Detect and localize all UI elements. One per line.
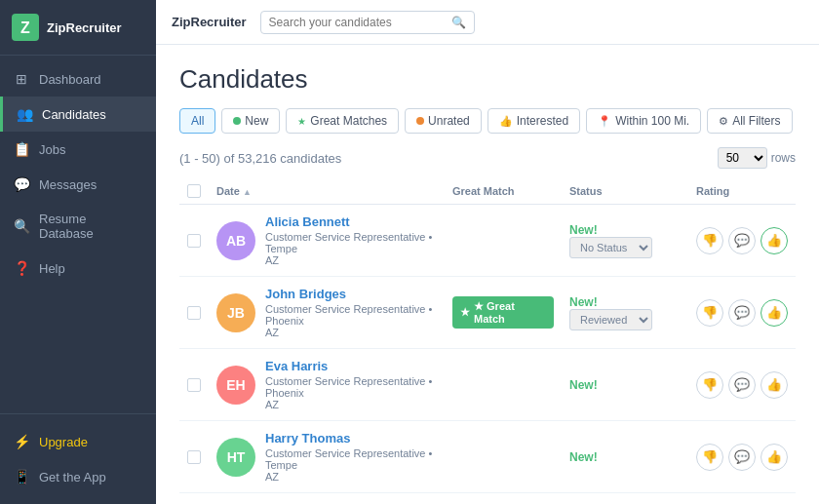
thumbs-up-button[interactable]: 👍 <box>760 444 788 471</box>
candidate-cell: JB John Bridges Customer Service Represe… <box>209 277 445 349</box>
sidebar-item-get-app[interactable]: 📱 Get the App <box>0 459 156 494</box>
sidebar-item-label-dashboard: Dashboard <box>39 72 101 87</box>
candidate-info: Alicia Bennett Customer Service Represen… <box>265 214 437 266</box>
thumbs-up-button[interactable]: 👍 <box>760 299 788 327</box>
row-checkbox[interactable] <box>187 450 201 464</box>
date-sort-icon: ▲ <box>243 187 252 197</box>
candidate-name[interactable]: Alicia Bennett <box>265 214 437 229</box>
sidebar-item-label-resume-database: Resume Database <box>39 212 142 241</box>
svg-text:Z: Z <box>20 19 30 36</box>
search-input[interactable] <box>269 16 446 29</box>
th-checkbox <box>179 178 209 205</box>
new-label: New! <box>569 295 681 309</box>
sidebar-item-candidates[interactable]: 👥 Candidates <box>0 97 156 132</box>
filter-new[interactable]: New <box>221 108 280 134</box>
candidate-location: Phoenix <box>265 387 304 399</box>
thumbs-down-button[interactable]: 👎 <box>696 299 723 327</box>
status-cell: New! <box>562 421 688 493</box>
candidate-info: Eva Harris Customer Service Representati… <box>265 359 437 410</box>
sidebar-item-dashboard[interactable]: ⊞ Dashboard <box>0 61 156 97</box>
select-all-checkbox[interactable] <box>187 184 201 198</box>
search-icon: 🔍 <box>451 16 466 29</box>
rating-actions: 👎 💬 👍 <box>696 299 788 327</box>
candidate-title: Customer Service Representative <box>265 375 425 387</box>
location-pin-icon: 📍 <box>598 115 611 128</box>
great-match-cell <box>445 421 562 493</box>
table-row: JB John Bridges Customer Service Represe… <box>179 277 796 349</box>
interested-icon: 👍 <box>499 115 513 128</box>
filter-all[interactable]: All <box>179 108 215 134</box>
rating-actions: 👎 💬 👍 <box>696 371 788 399</box>
thumbs-up-button[interactable]: 👍 <box>760 371 788 399</box>
table-row: HT Harry Thomas Customer Service Represe… <box>179 421 796 493</box>
sidebar-item-resume-database[interactable]: 🔍 Resume Database <box>0 202 156 251</box>
th-great-match: Great Match <box>445 178 562 205</box>
dashboard-icon: ⊞ <box>14 71 29 87</box>
filter-great-matches[interactable]: ★ Great Matches <box>286 108 399 134</box>
row-checkbox[interactable] <box>187 306 201 320</box>
great-match-cell <box>445 205 562 277</box>
jobs-icon: 📋 <box>14 141 29 157</box>
candidate-name[interactable]: Harry Thomas <box>265 431 437 446</box>
row-checkbox-cell <box>179 349 209 421</box>
sidebar-bottom: ⚡ Upgrade 📱 Get the App <box>0 413 156 504</box>
candidates-icon: 👥 <box>17 106 32 122</box>
candidate-name[interactable]: Eva Harris <box>265 359 437 373</box>
th-status: Status <box>562 178 688 205</box>
thumbs-down-button[interactable]: 👎 <box>696 444 723 471</box>
avatar: JB <box>216 293 255 332</box>
message-button[interactable]: 💬 <box>728 227 756 254</box>
thumbs-down-button[interactable]: 👎 <box>696 227 723 254</box>
candidate-title-location: Customer Service Representative • Phoeni… <box>265 303 437 327</box>
filter-bar: All New ★ Great Matches Unrated 👍 Intere… <box>179 108 796 134</box>
sidebar-item-label-messages: Messages <box>39 177 97 192</box>
filter-within-100mi[interactable]: 📍 Within 100 Mi. <box>586 108 701 134</box>
candidate-title: Customer Service Representative <box>265 303 425 315</box>
messages-icon: 💬 <box>14 176 29 192</box>
results-count: (1 - 50) of 53,216 candidates <box>179 151 341 166</box>
filter-all-filters[interactable]: ⚙ All Filters <box>707 108 792 134</box>
candidate-title-location: Customer Service Representative • Tempe <box>265 231 437 254</box>
upgrade-icon: ⚡ <box>14 434 29 449</box>
status-select[interactable]: No Status Reviewed Contacted Hired Rejec… <box>569 309 652 330</box>
candidate-location: Tempe <box>265 243 297 254</box>
filter-unrated[interactable]: Unrated <box>405 108 482 134</box>
thumbs-up-button[interactable]: 👍 <box>760 227 788 254</box>
new-label: New! <box>569 450 681 464</box>
sidebar-item-label-upgrade: Upgrade <box>39 435 88 449</box>
th-date[interactable]: Date ▲ <box>209 178 296 205</box>
row-checkbox[interactable] <box>187 234 201 248</box>
candidate-cell: AB Alicia Bennett Customer Service Repre… <box>209 205 445 277</box>
new-label: New! <box>569 223 681 237</box>
rows-select[interactable]: 50 25 100 <box>718 147 767 169</box>
ziprecruiter-logo-icon: Z <box>12 14 39 41</box>
thumbs-down-button[interactable]: 👎 <box>696 371 723 399</box>
candidate-state: AZ <box>265 471 437 483</box>
row-checkbox[interactable] <box>187 378 201 392</box>
sidebar-logo: Z ZipRecruiter <box>0 0 156 56</box>
candidate-title: Customer Service Representative <box>265 231 425 243</box>
message-button[interactable]: 💬 <box>728 371 756 399</box>
sidebar-item-help[interactable]: ❓ Help <box>0 251 156 286</box>
rating-actions: 👎 💬 👍 <box>696 227 788 254</box>
rows-control: 50 25 100 rows <box>718 147 796 169</box>
filter-interested[interactable]: 👍 Interested <box>488 108 580 134</box>
main-content: ZipRecruiter 🔍 Candidates All New ★ Grea… <box>156 0 819 504</box>
great-match-cell <box>445 349 562 421</box>
message-button[interactable]: 💬 <box>728 444 756 471</box>
sidebar-item-messages[interactable]: 💬 Messages <box>0 167 156 202</box>
search-box: 🔍 <box>260 11 475 34</box>
status-cell: New! <box>562 349 688 421</box>
sidebar-item-upgrade[interactable]: ⚡ Upgrade <box>0 424 156 459</box>
sidebar-nav: ⊞ Dashboard 👥 Candidates 📋 Jobs 💬 Messag… <box>0 56 156 413</box>
status-select[interactable]: No Status Reviewed Contacted Hired Rejec… <box>569 237 652 258</box>
sidebar-item-jobs[interactable]: 📋 Jobs <box>0 132 156 167</box>
results-bar: (1 - 50) of 53,216 candidates 50 25 100 … <box>179 147 796 169</box>
candidate-name[interactable]: John Bridges <box>265 287 437 301</box>
candidate-info: John Bridges Customer Service Representa… <box>265 287 437 338</box>
great-match-badge: ★ ★ Great Match <box>452 296 554 329</box>
get-app-icon: 📱 <box>14 469 29 485</box>
message-button[interactable]: 💬 <box>728 299 756 327</box>
rating-cell: 👎 💬 👍 <box>688 421 796 493</box>
candidate-state: AZ <box>265 399 437 410</box>
